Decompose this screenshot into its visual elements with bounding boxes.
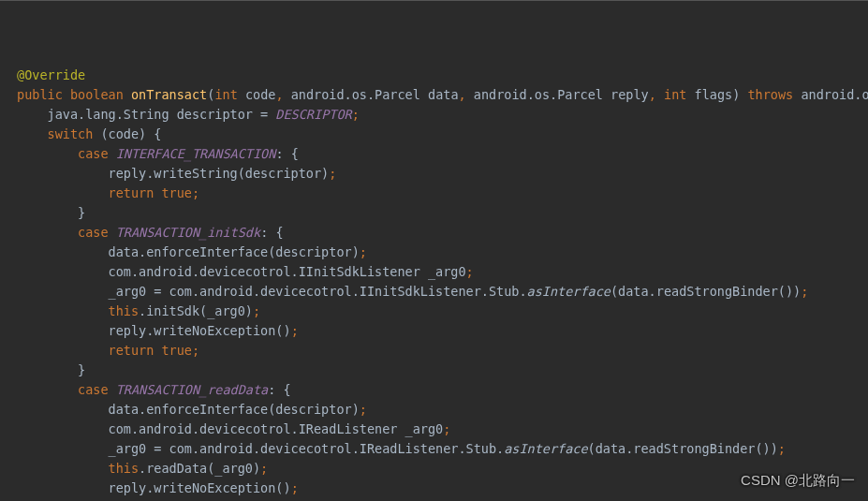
- switch-expr: (code) {: [93, 126, 161, 141]
- semi: ;: [291, 323, 299, 338]
- read-assign-pre: _arg0 = com.android.devicecotrol.IReadLi…: [109, 441, 505, 456]
- comma: ,: [649, 87, 656, 102]
- write-no-exception: reply.writeNoException(): [109, 480, 291, 495]
- semi: ;: [291, 480, 299, 495]
- readdata-call: .readData(_arg0): [139, 461, 260, 476]
- semi: ;: [443, 421, 450, 436]
- kw-return: return: [109, 343, 154, 358]
- read-listener-decl: com.android.devicecotrol.IReadListener _…: [109, 421, 444, 436]
- kw-true: true: [161, 185, 192, 200]
- kw-this: this: [109, 461, 140, 476]
- kw-case: case: [78, 382, 109, 397]
- kw-boolean: boolean: [70, 87, 124, 102]
- initsdk-call: .initSdk(_arg0): [139, 303, 253, 318]
- const-descriptor: DESCRIPTOR: [275, 107, 351, 122]
- throws-type: android.os.: [801, 87, 868, 102]
- as-interface: asInterface: [527, 284, 611, 299]
- comma: ,: [459, 87, 466, 102]
- kw-true: true: [161, 343, 192, 358]
- annotation-override: @Override: [17, 67, 85, 82]
- reply-write-string: reply.writeString(descriptor): [109, 166, 330, 181]
- kw-case: case: [78, 225, 109, 240]
- semi: ;: [253, 303, 260, 318]
- comma: ,: [275, 87, 283, 102]
- const-interface-trans: INTERFACE_TRANSACTION: [116, 146, 276, 161]
- case-open: : {: [275, 146, 298, 161]
- case-open: : {: [268, 382, 290, 397]
- const-trans-initsdk: TRANSACTION_initSdk: [116, 225, 260, 240]
- enforce-interface: data.enforceInterface(descriptor): [109, 402, 360, 417]
- param-parcel-reply: android.os.Parcel reply: [474, 87, 649, 102]
- close-brace: }: [78, 205, 85, 220]
- initsdk-listener-decl: com.android.devicecotrol.IInitSdkListene…: [109, 264, 466, 279]
- kw-switch: switch: [48, 126, 94, 141]
- semi: ;: [360, 402, 367, 417]
- semi: ;: [466, 264, 474, 279]
- semi: ;: [352, 107, 360, 122]
- method-name: onTransact: [131, 87, 207, 102]
- kw-this: this: [109, 303, 140, 318]
- semi: ;: [801, 284, 808, 299]
- watermark-text: CSDN @北路向一: [741, 470, 855, 490]
- enforce-interface: data.enforceInterface(descriptor): [109, 244, 360, 259]
- case-open: : {: [260, 225, 283, 240]
- descriptor-decl: java.lang.String descriptor =: [48, 107, 276, 122]
- as-interface: asInterface: [504, 441, 587, 456]
- write-no-exception: reply.writeNoException(): [109, 323, 291, 338]
- kw-int: int: [664, 87, 686, 102]
- param-flags: flags: [686, 87, 732, 102]
- param-code: code: [238, 87, 276, 102]
- initsdk-assign-pre: _arg0 = com.android.devicecotrol.IInitSd…: [109, 284, 527, 299]
- kw-public: public: [17, 87, 63, 102]
- semi: ;: [778, 441, 786, 456]
- read-assign-post: (data.readStrongBinder()): [588, 441, 778, 456]
- semi: ;: [360, 244, 367, 259]
- semi: ;: [260, 461, 268, 476]
- kw-int: int: [214, 87, 237, 102]
- semi: ;: [192, 343, 199, 358]
- kw-throws: throws: [747, 87, 793, 102]
- initsdk-assign-post: (data.readStrongBinder()): [611, 284, 801, 299]
- const-trans-readdata: TRANSACTION_readData: [116, 382, 269, 397]
- semi: ;: [192, 185, 199, 200]
- paren-close: ): [732, 87, 740, 102]
- kw-case: case: [78, 146, 109, 161]
- param-parcel-data: android.os.Parcel data: [291, 87, 459, 102]
- close-brace: }: [78, 362, 85, 377]
- editor-top-border: [0, 0, 868, 1]
- semi: ;: [329, 166, 336, 181]
- kw-return: return: [109, 185, 154, 200]
